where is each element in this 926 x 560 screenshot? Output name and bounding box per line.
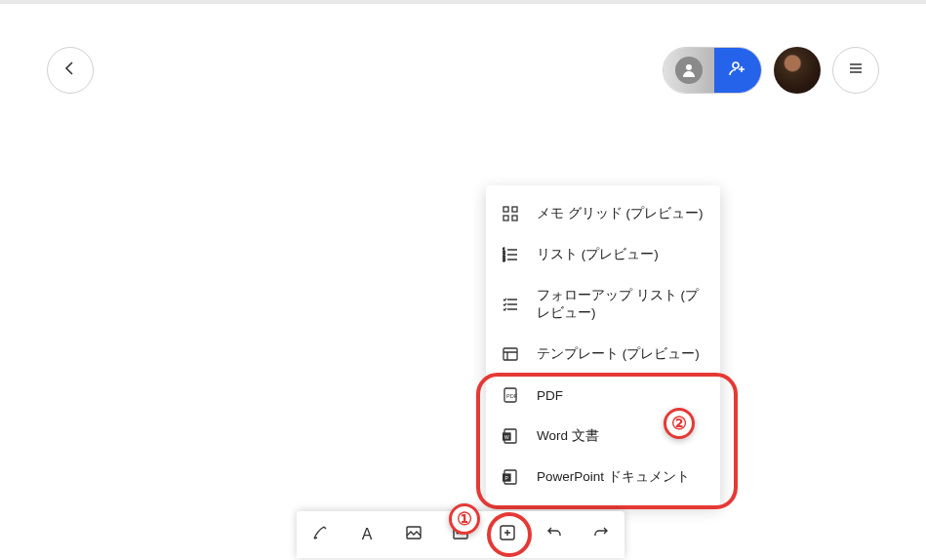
more-icon (452, 524, 469, 545)
template-icon (502, 345, 519, 363)
popup-item-followup[interactable]: フォローアップ リスト (プレビュー) (486, 275, 720, 334)
svg-rect-3 (512, 207, 517, 212)
hamburger-icon (847, 60, 865, 81)
window-top-edge (0, 0, 926, 4)
popup-item-label: メモ グリッド (プレビュー) (537, 205, 704, 222)
svg-text:W: W (504, 434, 509, 440)
user-avatar[interactable] (774, 47, 821, 94)
popup-item-memo-grid[interactable]: メモ グリッド (プレビュー) (486, 193, 720, 234)
svg-point-22 (463, 532, 464, 534)
svg-rect-9 (503, 348, 517, 360)
topbar-right (663, 47, 879, 94)
popup-item-word[interactable]: W Word 文書 (486, 416, 720, 457)
popup-item-pdf[interactable]: PDF PDF (486, 375, 720, 416)
person-add-icon (728, 59, 747, 82)
text-icon: A (362, 526, 373, 543)
hamburger-menu-button[interactable] (832, 47, 879, 94)
popup-item-list[interactable]: 123 リスト (プレビュー) (486, 234, 720, 275)
insert-popup-menu: メモ グリッド (プレビュー) 123 リスト (プレビュー) フォローアップ … (486, 185, 720, 505)
image-tool-button[interactable] (390, 511, 437, 558)
grid-icon (502, 205, 519, 222)
popup-item-template[interactable]: テンプレート (プレビュー) (486, 334, 720, 375)
popup-item-label: Word 文書 (537, 427, 599, 445)
popup-item-label: PDF (537, 388, 563, 403)
redo-button[interactable] (578, 511, 624, 558)
share-toggle[interactable] (663, 47, 762, 94)
popup-item-label: フォローアップ リスト (プレビュー) (537, 287, 705, 322)
svg-point-0 (686, 64, 692, 70)
share-current-user (664, 48, 714, 93)
word-icon: W (502, 427, 519, 445)
svg-point-21 (460, 532, 462, 534)
back-button[interactable] (47, 47, 94, 94)
svg-rect-4 (503, 216, 508, 220)
more-tool-button[interactable] (437, 511, 484, 558)
followup-list-icon (502, 296, 519, 313)
popup-item-label: リスト (プレビュー) (537, 246, 659, 263)
svg-rect-5 (512, 216, 517, 220)
popup-item-label: PowerPoint ドキュメント (537, 468, 690, 486)
undo-button[interactable] (531, 511, 578, 558)
pdf-icon: PDF (502, 386, 519, 404)
bottom-toolbar: A (297, 511, 624, 558)
image-icon (405, 524, 423, 545)
svg-text:3: 3 (503, 257, 505, 262)
back-arrow-icon (61, 60, 79, 81)
svg-text:PDF: PDF (506, 393, 518, 399)
add-person-button[interactable] (714, 48, 761, 93)
redo-icon (592, 524, 610, 545)
add-insert-button[interactable] (484, 511, 531, 558)
svg-point-20 (457, 532, 459, 534)
svg-point-1 (733, 62, 739, 68)
powerpoint-icon: P (502, 468, 519, 486)
popup-item-label: テンプレート (プレビュー) (537, 345, 700, 363)
plus-box-icon (499, 524, 516, 545)
pen-icon (311, 524, 329, 545)
svg-rect-2 (503, 207, 508, 212)
pen-tool-button[interactable] (297, 511, 343, 558)
popup-item-powerpoint[interactable]: P PowerPoint ドキュメント (486, 457, 720, 498)
undo-icon (545, 524, 563, 545)
text-tool-button[interactable]: A (343, 511, 390, 558)
list-icon: 123 (502, 246, 519, 263)
